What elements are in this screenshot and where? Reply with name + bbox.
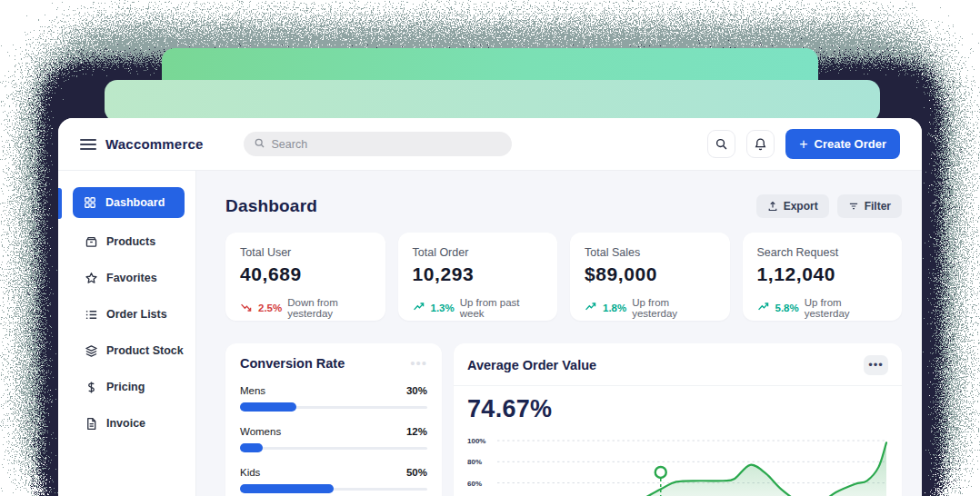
bar-row-mens: Mens 30% xyxy=(240,385,427,412)
sidebar-item-product-stock[interactable]: Product Stock xyxy=(58,332,195,369)
svg-text:60%: 60% xyxy=(467,480,482,488)
sidebar-item-label: Order Lists xyxy=(106,308,167,321)
stat-delta-pct: 2.5% xyxy=(258,303,282,313)
bar-value: 50% xyxy=(406,467,427,478)
trend-down-icon xyxy=(240,303,253,313)
sidebar-item-order-lists[interactable]: Order Lists xyxy=(58,296,195,332)
average-order-value-title: Average Order Value xyxy=(467,358,596,372)
brand: Waccommerce xyxy=(80,136,204,152)
main-content: Dashboard Export Filter To xyxy=(196,171,922,496)
filter-label: Filter xyxy=(865,200,891,213)
stat-delta-pct: 5.8% xyxy=(775,303,799,313)
search-icon xyxy=(715,137,728,151)
bar-row-womens: Womens 12% xyxy=(240,426,427,452)
sidebar-item-invoice[interactable]: Invoice xyxy=(58,405,195,441)
stat-delta-desc: Up from yesterday xyxy=(805,297,887,319)
sidebar-item-dashboard[interactable]: Dashboard xyxy=(73,187,185,218)
bar-label: Kids xyxy=(240,467,260,478)
sidebar-item-label: Invoice xyxy=(106,417,145,430)
bar-fill-womens xyxy=(240,443,263,452)
stat-value: 1,12,040 xyxy=(757,263,888,285)
bar-fill-kids xyxy=(240,484,334,493)
search-icon xyxy=(254,136,265,153)
marketing-canvas: Waccommerce + Create Order xyxy=(0,0,980,496)
chart-marker xyxy=(655,467,666,478)
stat-label: Total Order xyxy=(413,246,544,259)
deco-sheet-front xyxy=(105,80,880,122)
sidebar-item-label: Products xyxy=(106,235,155,248)
trend-up-icon xyxy=(585,303,597,313)
stat-card-total-user: Total User 40,689 2.5% Down from yesterd… xyxy=(225,233,385,321)
bar-value: 30% xyxy=(406,385,427,396)
stat-label: Search Request xyxy=(757,246,888,259)
stat-delta-pct: 1.8% xyxy=(603,303,626,313)
svg-text:80%: 80% xyxy=(467,458,482,466)
export-icon xyxy=(767,201,778,212)
ellipsis-menu-icon[interactable]: ••• xyxy=(410,359,427,368)
bell-icon xyxy=(754,137,767,151)
stat-delta-desc: Up from past week xyxy=(460,297,543,319)
list-icon xyxy=(84,308,98,322)
conversion-rate-title: Conversion Rate xyxy=(240,356,345,371)
create-order-button[interactable]: + Create Order xyxy=(785,129,900,159)
stat-label: Total Sales xyxy=(585,246,715,259)
page-title: Dashboard xyxy=(225,196,317,216)
bar-row-kids: Kids 50% xyxy=(240,467,427,493)
stat-card-total-sales: Total Sales $89,000 1.8% Up from yesterd… xyxy=(570,233,730,321)
sidebar-item-label: Pricing xyxy=(106,381,145,393)
sidebar: Dashboard Products Favorites xyxy=(58,171,196,496)
plus-icon: + xyxy=(799,137,807,152)
bar-label: Womens xyxy=(240,426,281,437)
app-window: Waccommerce + Create Order xyxy=(58,118,922,496)
sidebar-item-label: Dashboard xyxy=(105,196,165,209)
stat-cards: Total User 40,689 2.5% Down from yesterd… xyxy=(225,233,902,321)
header-actions: + Create Order xyxy=(707,129,900,159)
menu-icon[interactable] xyxy=(80,139,96,150)
aov-line-chart: 100%80%60% xyxy=(467,436,888,496)
box-icon xyxy=(84,235,98,249)
stat-label: Total User xyxy=(240,246,371,259)
stat-value: 10,293 xyxy=(413,263,544,285)
stat-card-total-order: Total Order 10,293 1.3% Up from past wee… xyxy=(398,233,558,321)
ellipsis-menu-button[interactable]: ••• xyxy=(864,355,888,375)
search-bar[interactable] xyxy=(244,132,512,156)
active-indicator xyxy=(58,188,62,219)
brand-title: Waccommerce xyxy=(105,136,204,152)
stat-card-search-request: Search Request 1,12,040 5.8% Up from yes… xyxy=(743,233,903,321)
bar-value: 12% xyxy=(406,426,427,437)
search-button[interactable] xyxy=(707,130,735,158)
stat-delta-desc: Down from yesterday xyxy=(287,297,370,319)
document-icon xyxy=(84,417,98,431)
filter-icon xyxy=(848,201,859,212)
svg-text:100%: 100% xyxy=(467,437,485,445)
search-input[interactable] xyxy=(272,138,502,151)
stat-delta-pct: 1.3% xyxy=(431,303,455,313)
sidebar-item-label: Product Stock xyxy=(106,344,184,357)
sidebar-item-label: Favorites xyxy=(106,272,157,284)
export-label: Export xyxy=(784,200,818,213)
trend-up-icon xyxy=(413,303,425,313)
layers-icon xyxy=(84,344,98,358)
stat-value: 40,689 xyxy=(240,263,371,285)
bar-label: Mens xyxy=(240,385,265,396)
export-button[interactable]: Export xyxy=(756,194,829,218)
trend-up-icon xyxy=(757,303,770,313)
sidebar-item-favorites[interactable]: Favorites xyxy=(58,260,195,296)
grid-icon xyxy=(83,196,97,209)
aov-headline-value: 74.67% xyxy=(467,395,888,423)
sidebar-item-products[interactable]: Products xyxy=(58,223,195,260)
filter-button[interactable]: Filter xyxy=(837,194,902,218)
stat-delta-desc: Up from yesterday xyxy=(632,297,715,319)
notifications-button[interactable] xyxy=(746,130,775,158)
conversion-rate-card: Conversion Rate ••• Mens 30% xyxy=(225,343,442,496)
stat-value: $89,000 xyxy=(585,263,715,285)
average-order-value-card: Average Order Value ••• 74.67% 100 xyxy=(454,343,902,496)
create-order-label: Create Order xyxy=(815,137,886,151)
dollar-icon xyxy=(84,381,98,394)
star-icon xyxy=(84,272,98,285)
bar-fill-mens xyxy=(240,402,296,412)
app-header: Waccommerce + Create Order xyxy=(58,118,922,171)
sidebar-item-pricing[interactable]: Pricing xyxy=(58,369,195,405)
